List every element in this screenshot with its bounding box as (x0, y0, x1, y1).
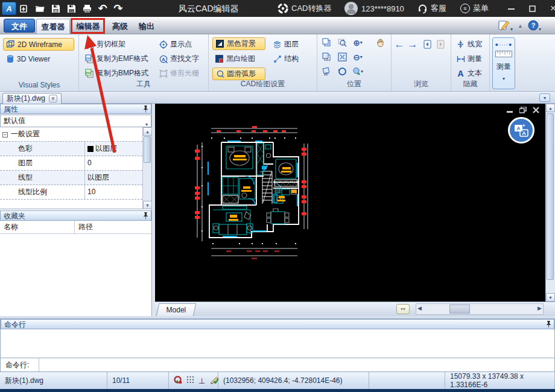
cad-converter-button[interactable]: CAD转换器 (278, 0, 331, 17)
save-icon[interactable] (48, 2, 63, 15)
pan-hand-icon[interactable] (375, 37, 386, 48)
group-browse: ← → 浏览 (392, 34, 451, 91)
maximize-button[interactable] (523, 0, 541, 17)
prev-page-icon[interactable]: ← (394, 39, 405, 49)
property-row-color[interactable]: 色彩 以图层 (0, 142, 142, 156)
last-page-icon[interactable] (435, 39, 446, 49)
document-close-icon[interactable]: × (49, 95, 57, 103)
command-history[interactable] (1, 329, 554, 357)
line-width-button[interactable]: 线宽 (454, 38, 484, 51)
osnap-icon[interactable] (174, 376, 182, 386)
property-row-ltscale[interactable]: 线型比例 10 (0, 185, 142, 200)
copy-emf-button[interactable]: EMF 复制为EMF格式 (83, 52, 150, 65)
property-row-linetype[interactable]: 线型 以图层 (0, 171, 142, 185)
tab-file[interactable]: 文件 (4, 19, 35, 33)
canvas-restore-icon[interactable] (519, 107, 527, 115)
app-logo-icon[interactable]: A (2, 2, 16, 15)
canvas-scroll-down-icon[interactable]: ▼ (546, 293, 555, 302)
smooth-arc-button[interactable]: 圆滑弧形 (212, 68, 265, 80)
structure-button[interactable]: 结构 (270, 52, 301, 65)
layers-button[interactable]: 图层 (270, 38, 301, 51)
measure-dropdown-icon[interactable]: ▾ (493, 76, 515, 81)
model-expand-icon[interactable]: ▾▾ (396, 304, 410, 314)
favorites-header[interactable]: 收藏夹 (0, 210, 151, 221)
pin-icon[interactable] (143, 106, 148, 115)
collapse-group-icon[interactable]: − (2, 132, 8, 138)
hscroll-right-icon[interactable]: ▶ (538, 305, 542, 311)
print-icon[interactable] (79, 2, 95, 15)
user-account[interactable]: 123****8910 (344, 0, 404, 17)
open-file-icon[interactable] (32, 2, 48, 15)
favorites-col-path[interactable]: 路径 (75, 221, 151, 233)
minimize-button[interactable] (502, 0, 520, 17)
copy-bmp-button[interactable]: BMP 复制为BMP格式 (83, 67, 151, 80)
canvas-minimize-icon[interactable] (507, 107, 513, 115)
canvas-vscrollbar[interactable]: ▲ ▼ (545, 104, 555, 302)
save-as-pdf-icon[interactable]: PDF (63, 2, 79, 15)
zoom-previous-icon[interactable] (337, 66, 347, 77)
canvas-close-icon[interactable] (533, 107, 539, 115)
menu-button[interactable]: ≡ 菜单 (460, 0, 489, 17)
find-text-icon: A (159, 54, 168, 63)
support-button[interactable]: 客服 (417, 0, 446, 17)
pin-icon[interactable] (546, 321, 551, 330)
tab-output[interactable]: 输出 (134, 19, 159, 34)
next-page-icon[interactable]: → (407, 39, 418, 49)
property-row-layer[interactable]: 图层 0 (0, 156, 142, 171)
paste-view-icon[interactable] (321, 52, 332, 62)
undo-icon[interactable]: ↶ (95, 2, 110, 15)
ortho-icon[interactable]: ⊥ (198, 376, 205, 385)
show-points-button[interactable]: 显示点 (156, 38, 194, 51)
properties-header[interactable]: 属性 (0, 104, 151, 114)
translate-button[interactable]: A A (508, 117, 534, 144)
canvas-hscrollbar[interactable]: ◀ ▶ (416, 303, 544, 315)
black-background-button[interactable]: 黑色背景 (212, 37, 265, 50)
3d-viewer-button[interactable]: 3D Viewer (3, 52, 74, 65)
canvas-scroll-up-icon[interactable]: ▲ (546, 104, 555, 112)
preset-dropdown[interactable]: 默认值 ▾ (0, 115, 151, 127)
properties-scrollbar[interactable]: ▲ ▼ (142, 127, 151, 209)
zoom-all-icon[interactable]: ▾ (352, 66, 363, 77)
scroll-thumb[interactable] (144, 136, 151, 163)
zoom-extents-icon[interactable] (337, 52, 347, 62)
command-input[interactable] (39, 358, 554, 371)
scroll-up-icon[interactable]: ▲ (143, 127, 152, 136)
measure-panel-label: 测量 (493, 62, 515, 72)
rotate-view-icon[interactable]: 35° (321, 66, 332, 77)
copy-view-icon[interactable] (321, 37, 332, 48)
document-tab[interactable]: 新块(1).dwg × (2, 93, 62, 104)
clip-frame-button[interactable]: 剪切框架 (83, 38, 128, 51)
trim-raster-button[interactable]: 修剪光栅 (156, 67, 201, 80)
measure-tool-panel[interactable]: ●····● 测量 ▾ (492, 37, 515, 89)
bw-drawing-button[interactable]: 黑白绘图 (212, 52, 265, 65)
hscroll-left-icon[interactable]: ◀ (417, 305, 422, 311)
docstrip-expand-icon[interactable]: ▾ (539, 93, 550, 102)
draft-check-icon[interactable] (209, 376, 219, 386)
text-button[interactable]: A 文本 (454, 67, 484, 80)
pin-icon[interactable] (143, 212, 148, 222)
tab-viewer[interactable]: 查看器 (36, 19, 70, 34)
help-icon[interactable]: ?▾ (528, 20, 541, 33)
close-button[interactable]: × (544, 0, 555, 17)
hscroll-thumb[interactable] (449, 305, 470, 314)
scroll-down-icon[interactable]: ▼ (143, 201, 152, 209)
tab-advanced[interactable]: 高级 (107, 19, 133, 34)
zoom-out-icon[interactable]: ⊖▾ (352, 52, 363, 62)
zoom-in-icon[interactable]: ⊕▾ (352, 37, 363, 48)
zoom-window-icon[interactable] (337, 37, 347, 48)
property-group-row[interactable]: −一般设置 (0, 127, 142, 142)
quick-edit-icon[interactable]: ▾ (498, 20, 513, 33)
drawing-canvas[interactable]: A A (155, 104, 545, 302)
find-text-button[interactable]: A 查找文字 (156, 52, 201, 65)
2d-wireframe-button[interactable]: 2D Wireframe (3, 38, 74, 51)
command-header[interactable]: 命令行 (1, 319, 554, 329)
grid-icon[interactable] (186, 376, 194, 385)
first-page-icon[interactable] (422, 39, 433, 49)
new-file-icon[interactable] (16, 2, 32, 15)
favorites-col-name[interactable]: 名称 (0, 221, 75, 233)
canvas-vscroll-thumb[interactable] (547, 113, 554, 280)
collapse-ribbon-icon[interactable]: ▲ (518, 23, 523, 29)
model-tab[interactable]: Model (156, 303, 197, 317)
measure-button[interactable]: 测量 (454, 52, 484, 65)
redo-icon[interactable]: ↷ (110, 2, 126, 15)
